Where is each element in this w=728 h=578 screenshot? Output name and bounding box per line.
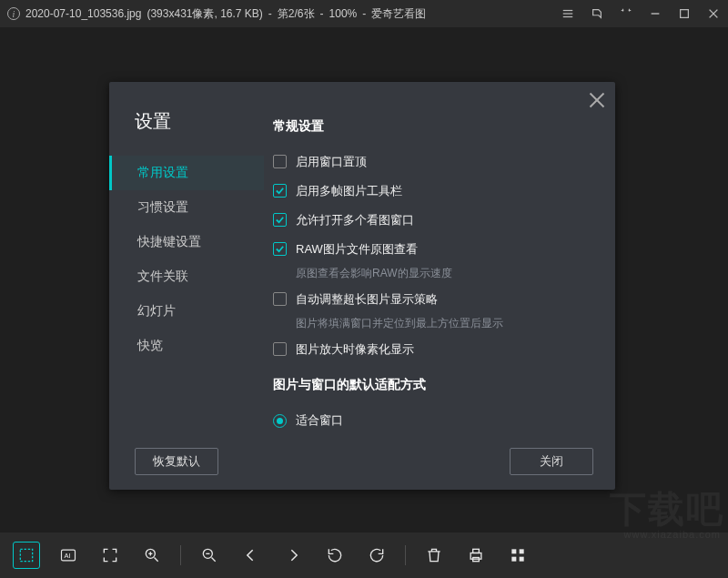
option-label: 启用窗口置顶 — [296, 154, 367, 170]
checkbox-icon — [273, 213, 287, 227]
checkbox-icon — [273, 342, 287, 356]
svg-line-17 — [212, 558, 216, 562]
zoom-level: 100% — [329, 7, 358, 20]
sidebar-item-5[interactable]: 快览 — [109, 329, 264, 363]
fit-label: 适合窗口 — [296, 412, 343, 429]
svg-rect-22 — [511, 549, 516, 553]
app-name: 爱奇艺看图 — [371, 6, 426, 22]
sidebar-item-4[interactable]: 幻灯片 — [109, 294, 264, 329]
svg-line-13 — [155, 558, 158, 562]
file-dimensions: (393x431像素, 16.7 KB) — [147, 6, 262, 22]
option-label: 自动调整超长图片显示策略 — [296, 291, 438, 308]
delete-icon[interactable] — [420, 542, 448, 569]
zoom-in-icon[interactable] — [138, 542, 166, 569]
option-row-2[interactable]: 允许打开多个看图窗口 — [273, 206, 595, 235]
close-button[interactable]: 关闭 — [510, 448, 593, 475]
option-label: RAW图片文件原图查看 — [296, 241, 418, 258]
svg-rect-24 — [511, 557, 516, 562]
titlebar: i 2020-07-10_103536.jpg (393x431像素, 16.7… — [0, 0, 728, 27]
dialog-close-icon[interactable] — [588, 91, 606, 109]
section-common: 常规设置 — [273, 118, 595, 135]
settings-dialog: 设置 常用设置习惯设置快捷键设置文件关联幻灯片快览 常规设置 启用窗口置顶启用多… — [109, 82, 615, 490]
maximize-icon[interactable] — [677, 6, 692, 21]
minimize-icon[interactable] — [648, 6, 662, 21]
page-position: 第2/6张 — [278, 6, 315, 22]
dialog-title: 设置 — [109, 109, 264, 156]
radio-dot-icon — [273, 414, 287, 428]
svg-rect-4 — [681, 10, 689, 18]
svg-rect-19 — [470, 553, 481, 560]
titlebar-controls — [561, 6, 721, 21]
dialog-sidebar: 设置 常用设置习惯设置快捷键设置文件关联幻灯片快览 — [109, 82, 264, 433]
sidebar-item-2[interactable]: 快捷键设置 — [109, 225, 264, 259]
info-icon: i — [7, 7, 20, 20]
checkbox-icon — [273, 292, 287, 306]
option-row-4[interactable]: 自动调整超长图片显示策略 — [273, 285, 595, 314]
file-name: 2020-07-10_103536.jpg — [25, 7, 141, 20]
svg-rect-23 — [520, 549, 524, 553]
sidebar-item-0[interactable]: 常用设置 — [109, 156, 264, 190]
more-apps-icon[interactable] — [504, 542, 531, 569]
ai-tool-icon[interactable]: AI — [55, 542, 82, 569]
close-window-icon[interactable] — [706, 6, 721, 21]
option-label: 图片放大时像素化显示 — [296, 341, 414, 358]
dialog-content: 常规设置 启用窗口置顶启用多帧图片工具栏允许打开多个看图窗口RAW图片文件原图查… — [264, 82, 615, 433]
bottom-toolbar: AI — [0, 532, 728, 578]
option-label: 启用多帧图片工具栏 — [296, 183, 402, 199]
option-row-3[interactable]: RAW图片文件原图查看 — [273, 235, 595, 264]
prev-icon[interactable] — [238, 542, 265, 569]
toolbar-separator — [405, 545, 406, 565]
sidebar-item-3[interactable]: 文件关联 — [109, 259, 264, 294]
section-fit: 图片与窗口的默认适配方式 — [273, 377, 595, 393]
svg-text:AI: AI — [64, 552, 70, 560]
svg-rect-25 — [520, 557, 524, 562]
expand-icon[interactable] — [619, 6, 633, 21]
option-row-5[interactable]: 图片放大时像素化显示 — [273, 335, 595, 364]
zoom-out-icon[interactable] — [196, 542, 223, 569]
checkbox-icon — [273, 184, 287, 198]
toolbar-separator — [180, 545, 181, 565]
checkbox-icon — [273, 155, 287, 168]
svg-rect-9 — [20, 549, 32, 561]
option-row-1[interactable]: 启用多帧图片工具栏 — [273, 177, 595, 206]
print-icon[interactable] — [462, 542, 490, 569]
restore-default-button[interactable]: 恢复默认 — [135, 448, 218, 475]
checkbox-icon — [273, 242, 287, 256]
rotate-cw-icon[interactable] — [363, 542, 390, 569]
rotate-ccw-icon[interactable] — [321, 542, 349, 569]
fit-window-radio[interactable]: 适合窗口 — [273, 406, 595, 433]
titlebar-left: i 2020-07-10_103536.jpg (393x431像素, 16.7… — [7, 6, 426, 22]
pin-icon[interactable] — [590, 6, 604, 21]
menu-icon[interactable] — [561, 6, 575, 21]
next-icon[interactable] — [279, 542, 307, 569]
dialog-footer: 恢复默认 关闭 — [109, 433, 615, 490]
option-label: 允许打开多个看图窗口 — [296, 212, 414, 228]
fit-screen-icon[interactable] — [96, 542, 124, 569]
crop-tool-icon[interactable] — [13, 542, 40, 569]
svg-rect-20 — [473, 549, 480, 553]
sidebar-item-1[interactable]: 习惯设置 — [109, 190, 264, 225]
option-desc: 原图查看会影响RAW的显示速度 — [296, 266, 595, 281]
option-row-0[interactable]: 启用窗口置顶 — [273, 147, 595, 177]
option-desc: 图片将填满窗口并定位到最上方位置后显示 — [296, 316, 595, 331]
